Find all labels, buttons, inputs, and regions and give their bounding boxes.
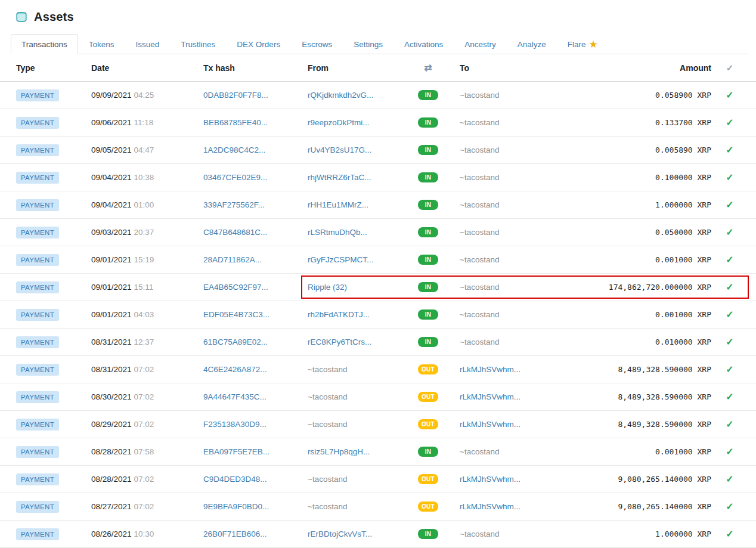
amount-value: 0.001000 XRP (556, 310, 711, 319)
amount-value: 0.001000 XRP (556, 447, 711, 456)
from-address-link[interactable]: rEC8KPy6TtCrs... (308, 338, 371, 346)
success-check-icon: ✓ (726, 117, 733, 128)
from-address-link: ~tacostand (308, 392, 347, 401)
amount-value: 0.133700 XRP (556, 118, 711, 127)
table-row: PAYMENT 08/28/202107:58 EBA097F5E7EB... … (0, 438, 756, 466)
success-check-icon: ✓ (726, 172, 733, 182)
to-address-link: ~tacostand (460, 447, 499, 456)
tab-tokens[interactable]: Tokens (78, 34, 125, 54)
header-amount: Amount (556, 63, 711, 73)
tx-hash-link[interactable]: EDF05E4B73C3... (203, 310, 269, 319)
direction-badge: IN (418, 172, 438, 182)
success-check-icon: ✓ (726, 337, 733, 347)
amount-value: 9,080,265.140000 XRP (556, 502, 711, 511)
from-address-link[interactable]: rErBDtojCkvVsT... (308, 530, 372, 538)
direction-badge: IN (418, 309, 438, 320)
time-value: 04:25 (134, 91, 154, 100)
tab-analyze[interactable]: Analyze (507, 34, 557, 54)
tab-label: Flare (568, 40, 586, 49)
success-check-icon: ✓ (726, 419, 733, 429)
from-address-link[interactable]: rGyFJzCSPMCT... (308, 255, 373, 264)
tab-trustlines[interactable]: Trustlines (170, 34, 226, 54)
to-address-link: ~tacostand (460, 228, 499, 237)
from-address-link[interactable]: rQKjdkmkdh2vG... (308, 91, 373, 100)
tab-bar: Transactions Tokens Issued Trustlines DE… (11, 34, 748, 54)
tab-label: Transactions (21, 40, 67, 49)
tx-hash-link[interactable]: 28AD711862A... (203, 255, 262, 264)
tab-settings[interactable]: Settings (343, 34, 394, 54)
tx-hash-link[interactable]: 26B0F71EB606... (203, 530, 267, 538)
from-address-link: ~tacostand (308, 365, 347, 374)
success-check-icon: ✓ (726, 447, 733, 457)
from-address-link[interactable]: r9eepzoDkPtmi... (308, 118, 370, 127)
tx-hash-link[interactable]: 9A44647F435C... (203, 392, 267, 401)
tab-transactions[interactable]: Transactions (11, 34, 78, 54)
date-value: 09/04/2021 (91, 200, 132, 209)
type-badge: PAYMENT (16, 254, 59, 266)
tab-issued[interactable]: Issued (125, 34, 171, 54)
tx-hash-link[interactable]: 4C6E2426A872... (203, 365, 267, 374)
success-check-icon: ✓ (726, 474, 733, 484)
date-value: 08/31/2021 (91, 338, 132, 346)
tab-label: DEX Orders (237, 40, 280, 49)
type-badge: PAYMENT (16, 364, 59, 376)
from-address-link[interactable]: Ripple (32) (308, 283, 347, 292)
to-address-link: ~tacostand (460, 200, 499, 209)
type-badge: PAYMENT (16, 391, 59, 403)
to-address-link[interactable]: rLkMJhSVwhm... (460, 365, 520, 374)
success-check-icon: ✓ (726, 90, 733, 100)
to-address-link[interactable]: rLkMJhSVwhm... (460, 475, 520, 484)
from-address-link[interactable]: rLSRtmuDhQb... (308, 228, 367, 237)
direction-badge: IN (418, 255, 438, 265)
header-type: Type (0, 63, 91, 73)
to-address-link: ~tacostand (460, 255, 499, 264)
tab-dex-orders[interactable]: DEX Orders (226, 34, 291, 54)
to-address-link[interactable]: rLkMJhSVwhm... (460, 502, 520, 511)
time-value: 15:11 (134, 283, 154, 292)
type-badge: PAYMENT (16, 144, 59, 156)
direction-badge: IN (418, 145, 438, 155)
from-address-link[interactable]: rhjWtRRZ6rTaC... (308, 173, 371, 182)
page-header: Assets (0, 0, 756, 34)
tx-hash-link[interactable]: 61BC75A89E02... (203, 338, 268, 346)
date-value: 09/03/2021 (91, 228, 132, 237)
date-value: 09/09/2021 (91, 91, 132, 100)
type-badge: PAYMENT (16, 281, 59, 293)
tx-hash-link[interactable]: C9D4DED3D48... (203, 475, 267, 484)
header-tx-hash: Tx hash (203, 63, 308, 73)
header-to: To (445, 63, 556, 73)
type-badge: PAYMENT (16, 419, 59, 431)
from-address-link[interactable]: rUv4YB2sU17G... (308, 145, 371, 154)
time-value: 07:02 (134, 475, 154, 484)
direction-badge: OUT (418, 364, 438, 374)
success-check-icon: ✓ (726, 255, 733, 265)
tab-escrows[interactable]: Escrows (291, 34, 343, 54)
time-value: 15:19 (134, 255, 154, 264)
tx-hash-link[interactable]: BEB68785FE40... (203, 118, 268, 127)
from-address-link[interactable]: rsiz5L7Hp8qgH... (308, 447, 370, 456)
success-check-icon: ✓ (726, 282, 733, 292)
table-row: PAYMENT 09/03/202120:37 C847B648681C... … (0, 219, 756, 246)
tx-hash-link[interactable]: 0DAB82F0F7F8... (203, 91, 268, 100)
tx-hash-link[interactable]: EBA097F5E7EB... (203, 447, 269, 456)
time-value: 07:02 (134, 502, 154, 511)
to-address-link[interactable]: rLkMJhSVwhm... (460, 420, 520, 429)
tx-hash-link[interactable]: 03467CFE02E9... (203, 173, 267, 182)
check-icon: ✓ (726, 63, 734, 73)
tx-hash-link[interactable]: 339AF275562F... (203, 200, 265, 209)
date-value: 09/01/2021 (91, 255, 132, 264)
tx-hash-link[interactable]: C847B648681C... (203, 228, 267, 237)
tab-ancestry[interactable]: Ancestry (454, 34, 507, 54)
from-address-link[interactable]: rHH1Eu1MMrZ... (308, 200, 368, 209)
tx-hash-link[interactable]: 9E9BFA9F0BD0... (203, 502, 269, 511)
date-value: 09/01/2021 (91, 310, 132, 319)
tab-flare[interactable]: Flare ★ (557, 34, 609, 54)
tx-hash-link[interactable]: EA4B65C92F97... (203, 283, 268, 292)
tab-activations[interactable]: Activations (394, 34, 454, 54)
tx-hash-link[interactable]: 1A2DC98C4C2... (203, 145, 265, 154)
from-address-link[interactable]: rh2bFdATKDTJ... (308, 310, 370, 319)
tab-label: Analyze (518, 40, 546, 49)
time-value: 04:03 (134, 310, 154, 319)
tx-hash-link[interactable]: F235138A30D9... (203, 420, 267, 429)
to-address-link[interactable]: rLkMJhSVwhm... (460, 392, 520, 401)
